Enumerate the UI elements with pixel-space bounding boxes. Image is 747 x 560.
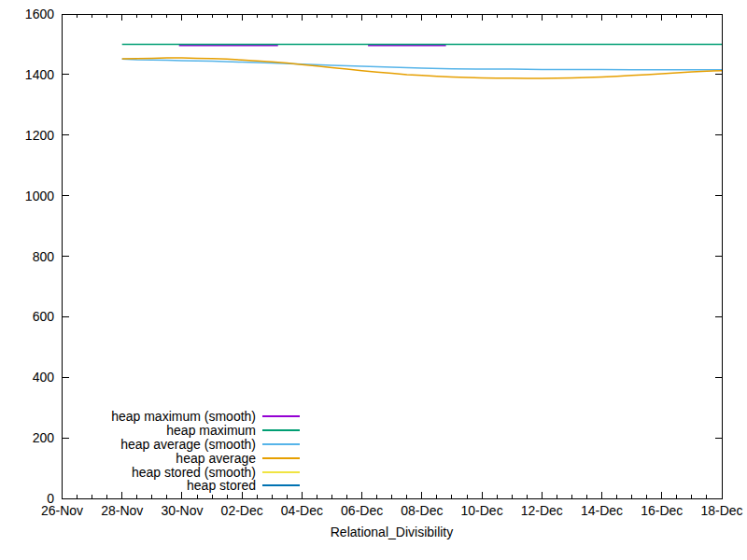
- legend-entry: heap average: [56, 451, 300, 465]
- y-tick-label: 1600: [25, 7, 54, 21]
- y-tick-label: 1200: [25, 128, 54, 143]
- x-tick-label: 06-Dec: [341, 503, 383, 518]
- x-tick-label: 08-Dec: [401, 503, 443, 518]
- x-tick-label: 12-Dec: [521, 503, 563, 518]
- legend-entry: heap maximum: [56, 424, 300, 438]
- legend-label: heap maximum: [166, 423, 256, 438]
- y-tick-label: 400: [33, 370, 55, 385]
- legend-label: heap stored (smooth): [132, 465, 256, 480]
- x-tick-label: 04-Dec: [281, 503, 323, 518]
- y-tick-label: 600: [33, 309, 55, 324]
- legend-label: heap average: [176, 451, 256, 466]
- x-axis-title: Relational_Divisibility: [62, 525, 722, 539]
- y-tick-label: 800: [33, 249, 55, 264]
- y-tick-label: 0: [47, 491, 54, 506]
- y-tick-label: 200: [33, 430, 55, 445]
- y-tick-label: 1400: [25, 67, 54, 82]
- legend-entry: heap stored (smooth): [56, 465, 300, 479]
- legend-entry: heap average (smooth): [56, 438, 300, 452]
- legend-line-sample: [262, 429, 300, 431]
- legend-line-sample: [262, 443, 300, 445]
- legend-line-sample: [262, 415, 300, 417]
- legend-line-sample: [262, 471, 300, 473]
- legend: heap maximum (smooth)heap maximumheap av…: [56, 410, 300, 493]
- x-tick-label: 10-Dec: [461, 503, 503, 518]
- chart: 26-Nov28-Nov30-Nov02-Dec04-Dec06-Dec08-D…: [0, 0, 747, 560]
- y-tick-label: 1000: [25, 189, 54, 203]
- legend-entry: heap stored: [56, 479, 300, 493]
- legend-entry: heap maximum (smooth): [56, 410, 300, 424]
- x-tick-label: 14-Dec: [581, 503, 623, 518]
- x-tick-label: 28-Nov: [101, 503, 143, 518]
- legend-label: heap maximum (smooth): [111, 409, 256, 424]
- x-tick-label: 16-Dec: [641, 503, 683, 518]
- legend-label: heap stored: [187, 478, 256, 493]
- legend-label: heap average (smooth): [120, 437, 256, 452]
- legend-line-sample: [262, 484, 300, 486]
- x-tick-label: 30-Nov: [161, 503, 203, 518]
- legend-line-sample: [262, 457, 300, 459]
- x-tick-label: 18-Dec: [700, 503, 742, 518]
- x-tick-label: 02-Dec: [221, 503, 263, 518]
- series-line-heap-average-smooth-: [122, 59, 722, 69]
